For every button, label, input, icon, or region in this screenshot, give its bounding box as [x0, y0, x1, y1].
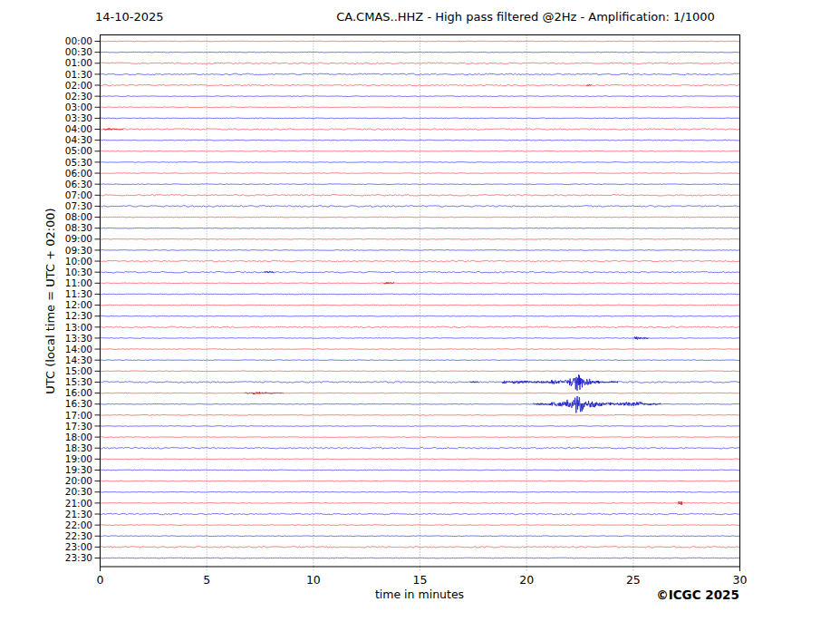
trace-row-1800: [101, 437, 740, 438]
y-tick-label-1630: 16:30: [65, 398, 92, 409]
trace-row-1200: [101, 305, 740, 306]
trace-row-0900: [101, 238, 740, 239]
x-tick-label-20: 20: [519, 573, 534, 587]
trace-row-0500: [101, 150, 740, 151]
y-tick-label-2230: 22:30: [65, 530, 92, 541]
y-tick-label-0330: 03:30: [65, 112, 92, 123]
y-tick-label-1300: 13:00: [65, 322, 92, 333]
trace-row-1230: [101, 316, 740, 316]
trace-row-0700: [101, 195, 740, 197]
y-tick-label-1800: 18:00: [65, 432, 92, 442]
y-tick-label-1700: 17:00: [65, 410, 92, 421]
x-axis-label: time in minutes: [329, 587, 510, 601]
event-1100-0: [384, 282, 394, 284]
y-tick-label-0400: 04:00: [65, 123, 92, 134]
event-1330-0: [634, 336, 648, 339]
x-tick-label-25: 25: [626, 573, 641, 587]
y-tick-label-0300: 03:00: [65, 102, 92, 112]
y-tick-label-2000: 20:00: [65, 475, 92, 486]
y-tick-label-0100: 01:00: [65, 57, 92, 68]
x-tick-label-30: 30: [733, 573, 748, 587]
y-tick-label-1030: 10:30: [65, 267, 92, 277]
y-tick-label-0700: 07:00: [65, 189, 92, 200]
y-tick-label-0900: 09:00: [65, 233, 92, 244]
y-tick-label-0800: 08:00: [65, 211, 92, 222]
trace-row-2330: [101, 558, 740, 558]
y-tick-label-1430: 14:30: [65, 354, 92, 365]
y-tick-label-1930: 19:30: [65, 464, 92, 475]
trace-row-0030: [101, 52, 740, 53]
trace-row-1130: [101, 294, 740, 295]
trace-row-2000: [101, 481, 740, 481]
trace-row-1500: [101, 371, 740, 372]
y-tick-label-2330: 23:30: [65, 552, 92, 563]
helicorder-page: 14-10-2025 CA.CMAS..HHZ - High pass filt…: [0, 0, 840, 631]
trace-row-1930: [101, 470, 740, 471]
y-tick-label-0600: 06:00: [65, 168, 92, 179]
y-tick-label-2100: 21:00: [65, 498, 92, 509]
trace-row-1900: [101, 459, 740, 460]
copyright-label: ©ICGC 2025: [634, 587, 761, 602]
y-tick-label-0930: 09:30: [65, 245, 92, 256]
x-tick-label-15: 15: [413, 573, 428, 587]
y-tick-label-2130: 21:30: [65, 509, 92, 519]
y-tick-label-1600: 16:00: [65, 387, 92, 398]
trace-row-1730: [101, 426, 740, 427]
trace-row-1530: [101, 382, 740, 383]
trace-row-0600: [101, 173, 740, 174]
x-tick-label-0: 0: [97, 573, 104, 587]
y-tick-label-1500: 15:00: [65, 365, 92, 376]
trace-row-1400: [101, 349, 740, 350]
trace-row-0000: [101, 41, 740, 42]
y-tick-label-2300: 23:00: [65, 541, 92, 552]
y-tick-label-1000: 10:00: [65, 256, 92, 267]
trace-row-0330: [101, 118, 740, 119]
y-tick-label-1230: 12:30: [65, 310, 92, 321]
trace-row-2100: [101, 503, 740, 504]
y-tick-label-1830: 18:30: [65, 442, 92, 453]
y-tick-label-1200: 12:00: [65, 299, 92, 310]
event-2100-0: [678, 501, 682, 505]
y-tick-label-0130: 01:30: [65, 69, 92, 80]
trace-row-1700: [101, 414, 740, 415]
y-tick-label-1530: 15:30: [65, 376, 92, 387]
trace-row-1430: [101, 360, 740, 361]
event-1600-0: [246, 392, 284, 394]
y-tick-label-0500: 05:00: [65, 145, 92, 156]
x-tick-label-10: 10: [306, 573, 321, 587]
trace-row-2030: [101, 491, 740, 492]
trace-row-0230: [101, 96, 740, 97]
y-tick-label-1900: 19:00: [65, 453, 92, 464]
y-tick-label-1130: 11:30: [65, 288, 92, 299]
y-tick-label-2200: 22:00: [65, 519, 92, 530]
y-tick-label-1330: 13:30: [65, 333, 92, 344]
y-tick-label-0730: 07:30: [65, 200, 92, 211]
trace-row-0400: [101, 129, 740, 130]
trace-row-0830: [101, 228, 740, 228]
trace-row-0300: [101, 107, 740, 108]
event-1630-0: [533, 396, 661, 413]
y-tick-label-0230: 02:30: [65, 91, 92, 102]
y-tick-label-1400: 14:00: [65, 344, 92, 354]
y-tick-label-0000: 00:00: [65, 35, 92, 46]
seismogram-plot: 00:0000:3001:0001:3002:0002:3003:0003:30…: [0, 0, 840, 631]
event-1530-1: [502, 374, 618, 391]
y-tick-label-1100: 11:00: [65, 277, 92, 288]
y-tick-label-0030: 00:30: [65, 46, 92, 57]
trace-row-1600: [101, 393, 740, 393]
trace-row-1100: [101, 283, 740, 284]
event-1030-0: [265, 271, 274, 273]
y-tick-label-0830: 08:30: [65, 222, 92, 233]
trace-row-0630: [101, 184, 740, 185]
y-tick-label-0200: 02:00: [65, 80, 92, 91]
x-tick-label-5: 5: [203, 573, 210, 587]
trace-row-0430: [101, 140, 740, 141]
y-tick-label-2030: 20:30: [65, 486, 92, 497]
y-tick-label-1730: 17:30: [65, 421, 92, 432]
y-tick-label-0530: 05:30: [65, 157, 92, 168]
y-tick-label-0630: 06:30: [65, 179, 92, 189]
y-tick-label-0430: 04:30: [65, 134, 92, 145]
trace-row-0530: [101, 162, 740, 163]
